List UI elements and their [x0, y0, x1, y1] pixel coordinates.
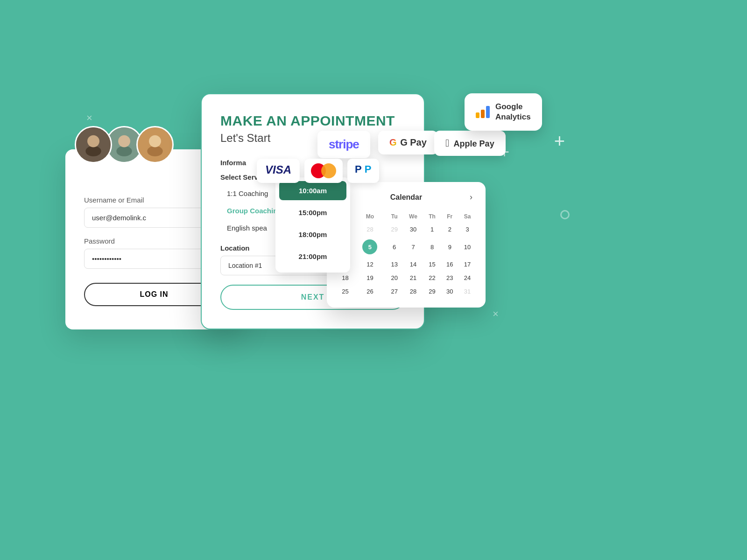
- cal-header-th: Th: [423, 210, 441, 223]
- gpay-g-icon: G: [389, 137, 397, 147]
- calendar-title: Calendar: [390, 193, 422, 202]
- ga-icon: [476, 106, 490, 118]
- plus-icon: +: [554, 131, 565, 152]
- payment-methods-row: VISA P P: [257, 159, 379, 183]
- cal-day-16[interactable]: 16: [441, 258, 458, 271]
- cal-day-27[interactable]: 27: [386, 285, 403, 298]
- timeslot-panel: 10:00am 15:00pm 18:00pm 21:00pm: [275, 177, 350, 273]
- cal-day-28[interactable]: 28: [403, 285, 423, 298]
- cal-day-17[interactable]: 17: [458, 258, 476, 271]
- timeslot-1500[interactable]: 15:00pm: [279, 203, 346, 222]
- cal-day-25[interactable]: 25: [336, 285, 354, 298]
- paypal-logo: P: [355, 163, 362, 175]
- calendar-grid: Su Mo Tu We Th Fr Sa 27 28 29 30 1 2 3 4…: [336, 210, 476, 298]
- cal-day-10[interactable]: 10: [458, 236, 476, 258]
- cal-day-9[interactable]: 9: [441, 236, 458, 258]
- visa-logo: VISA: [265, 163, 291, 176]
- paypal-badge: P P: [347, 159, 379, 183]
- avatar-3: [136, 126, 174, 163]
- cal-day-18[interactable]: 18: [336, 271, 354, 285]
- cal-day-28-prev[interactable]: 28: [354, 223, 386, 236]
- cal-header-sa: Sa: [458, 210, 476, 223]
- stripe-badge: stripe: [317, 131, 370, 158]
- ga-bar-short: [476, 112, 479, 118]
- svg-point-5: [118, 135, 130, 147]
- svg-point-7: [147, 146, 162, 156]
- svg-point-1: [85, 146, 101, 156]
- cal-day-31[interactable]: 31: [458, 285, 476, 298]
- calendar-card: ‹ Calendar › Su Mo Tu We Th Fr Sa 27 28 …: [327, 182, 486, 308]
- cal-day-23[interactable]: 23: [441, 271, 458, 285]
- cal-day-1[interactable]: 1: [423, 223, 441, 236]
- ga-bar-medium: [481, 110, 485, 118]
- cal-day-5-today[interactable]: 5: [354, 236, 386, 258]
- cal-day-20[interactable]: 20: [386, 271, 403, 285]
- cal-header-we: We: [403, 210, 423, 223]
- cal-day-15[interactable]: 15: [423, 258, 441, 271]
- cal-day-30[interactable]: 30: [441, 285, 458, 298]
- svg-point-8: [149, 135, 161, 147]
- timeslot-1000[interactable]: 10:00am: [279, 181, 346, 200]
- appointment-subtitle: Let's Start: [220, 132, 405, 145]
- cal-day-24[interactable]: 24: [458, 271, 476, 285]
- cal-day-19[interactable]: 19: [354, 271, 386, 285]
- cal-header-mo: Mo: [354, 210, 386, 223]
- visa-badge: VISA: [257, 159, 300, 183]
- cal-day-26[interactable]: 26: [354, 285, 386, 298]
- ga-bar-tall: [486, 106, 490, 118]
- cal-day-13[interactable]: 13: [386, 258, 403, 271]
- apple-icon: : [445, 137, 449, 149]
- cal-day-22[interactable]: 22: [423, 271, 441, 285]
- cal-header-fr: Fr: [441, 210, 458, 223]
- cal-header-tu: Tu: [386, 210, 403, 223]
- calendar-next[interactable]: ›: [466, 191, 476, 203]
- cal-day-12[interactable]: 12: [354, 258, 386, 271]
- cal-day-6[interactable]: 6: [386, 236, 403, 258]
- calendar-header: ‹ Calendar ›: [336, 191, 476, 203]
- cal-day-29-prev[interactable]: 29: [386, 223, 403, 236]
- avatar-1: [75, 126, 112, 163]
- appointment-title: MAKE AN APPOINTMENT: [220, 113, 405, 129]
- avatars-group: [79, 126, 174, 163]
- cal-day-2[interactable]: 2: [441, 223, 458, 236]
- applepay-badge:  Apple Pay: [434, 131, 506, 156]
- mc-orange-circle: [321, 163, 336, 178]
- svg-point-4: [116, 146, 132, 156]
- timeslot-1800[interactable]: 18:00pm: [279, 225, 346, 244]
- stripe-logo: stripe: [329, 137, 359, 151]
- gpay-label: G Pay: [400, 137, 427, 147]
- paypal-logo-2: P: [365, 163, 372, 175]
- gpay-badge: G G Pay: [378, 131, 438, 154]
- cal-day-21[interactable]: 21: [403, 271, 423, 285]
- svg-point-2: [87, 135, 99, 147]
- deco-circle-3: [560, 210, 570, 219]
- cal-day-7[interactable]: 7: [403, 236, 423, 258]
- mastercard-badge: [304, 159, 343, 183]
- ga-product: Analytics: [495, 112, 531, 122]
- cal-day-8[interactable]: 8: [423, 236, 441, 258]
- cal-day-14[interactable]: 14: [403, 258, 423, 271]
- ga-text-block: Google Analytics: [495, 102, 531, 122]
- applepay-label: Apple Pay: [454, 139, 494, 148]
- cal-day-29[interactable]: 29: [423, 285, 441, 298]
- timeslot-2100[interactable]: 21:00pm: [279, 247, 346, 266]
- cal-day-3[interactable]: 3: [458, 223, 476, 236]
- deco-x-2: ×: [493, 308, 499, 320]
- cal-day-30[interactable]: 30: [403, 223, 423, 236]
- deco-x-1: ×: [86, 112, 92, 124]
- google-analytics-badge: Google Analytics: [465, 93, 542, 131]
- ga-name: Google: [495, 102, 531, 112]
